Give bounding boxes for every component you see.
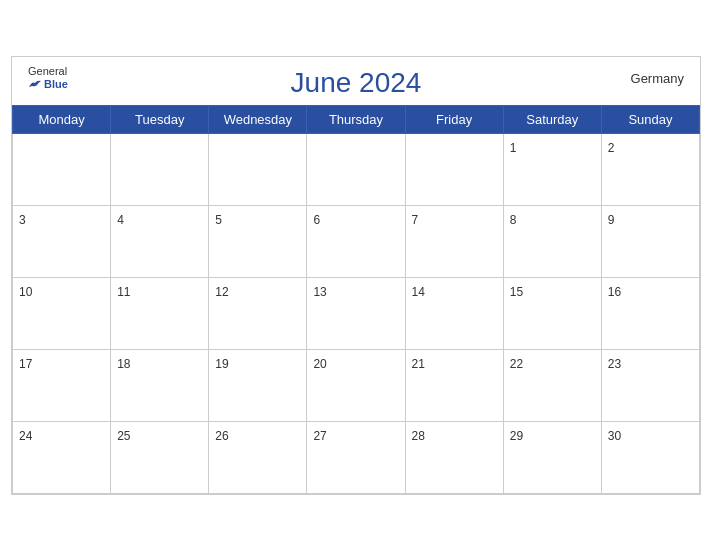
calendar-week-row: 3456789 (13, 205, 700, 277)
logo-area: General Blue (28, 65, 68, 91)
calendar-title: June 2024 (291, 67, 422, 99)
calendar-cell: 17 (13, 349, 111, 421)
day-number: 7 (412, 213, 419, 227)
weekday-thursday: Thursday (307, 105, 405, 133)
day-number: 28 (412, 429, 425, 443)
calendar-cell: 6 (307, 205, 405, 277)
calendar-cell: 29 (503, 421, 601, 493)
calendar-cell: 16 (601, 277, 699, 349)
calendar-cell: 5 (209, 205, 307, 277)
calendar-week-row: 12 (13, 133, 700, 205)
day-number: 8 (510, 213, 517, 227)
calendar-cell: 9 (601, 205, 699, 277)
day-number: 15 (510, 285, 523, 299)
calendar-cell: 20 (307, 349, 405, 421)
calendar-cell: 28 (405, 421, 503, 493)
country-label: Germany (631, 71, 684, 86)
day-number: 12 (215, 285, 228, 299)
day-number: 29 (510, 429, 523, 443)
calendar-cell: 4 (111, 205, 209, 277)
calendar-cell (405, 133, 503, 205)
calendar-cell: 2 (601, 133, 699, 205)
day-number: 13 (313, 285, 326, 299)
calendar: General Blue June 2024 Germany MondayTue… (11, 56, 701, 495)
bird-icon (28, 79, 42, 89)
day-number: 4 (117, 213, 124, 227)
calendar-cell: 12 (209, 277, 307, 349)
day-number: 20 (313, 357, 326, 371)
calendar-cell: 11 (111, 277, 209, 349)
day-number: 3 (19, 213, 26, 227)
day-number: 22 (510, 357, 523, 371)
calendar-week-row: 10111213141516 (13, 277, 700, 349)
calendar-cell: 13 (307, 277, 405, 349)
weekday-tuesday: Tuesday (111, 105, 209, 133)
logo-general-text: General (28, 65, 67, 78)
day-number: 2 (608, 141, 615, 155)
day-number: 11 (117, 285, 130, 299)
calendar-cell: 7 (405, 205, 503, 277)
calendar-cell: 27 (307, 421, 405, 493)
calendar-week-row: 17181920212223 (13, 349, 700, 421)
day-number: 26 (215, 429, 228, 443)
calendar-cell: 14 (405, 277, 503, 349)
weekday-friday: Friday (405, 105, 503, 133)
calendar-cell: 1 (503, 133, 601, 205)
calendar-cell: 26 (209, 421, 307, 493)
day-number: 19 (215, 357, 228, 371)
logo-blue-text: Blue (28, 78, 68, 91)
calendar-cell: 30 (601, 421, 699, 493)
calendar-cell (209, 133, 307, 205)
day-number: 18 (117, 357, 130, 371)
calendar-cell: 8 (503, 205, 601, 277)
calendar-week-row: 24252627282930 (13, 421, 700, 493)
weekday-saturday: Saturday (503, 105, 601, 133)
day-number: 27 (313, 429, 326, 443)
calendar-cell (111, 133, 209, 205)
day-number: 1 (510, 141, 517, 155)
calendar-cell: 25 (111, 421, 209, 493)
weekday-monday: Monday (13, 105, 111, 133)
day-number: 10 (19, 285, 32, 299)
day-number: 25 (117, 429, 130, 443)
weekday-wednesday: Wednesday (209, 105, 307, 133)
day-number: 14 (412, 285, 425, 299)
day-number: 24 (19, 429, 32, 443)
calendar-cell: 10 (13, 277, 111, 349)
calendar-cell: 21 (405, 349, 503, 421)
calendar-cell: 24 (13, 421, 111, 493)
weekday-sunday: Sunday (601, 105, 699, 133)
day-number: 9 (608, 213, 615, 227)
calendar-cell: 22 (503, 349, 601, 421)
day-number: 23 (608, 357, 621, 371)
calendar-cell (13, 133, 111, 205)
day-number: 6 (313, 213, 320, 227)
day-number: 5 (215, 213, 222, 227)
day-number: 30 (608, 429, 621, 443)
calendar-cell: 18 (111, 349, 209, 421)
calendar-cell: 3 (13, 205, 111, 277)
calendar-cell: 23 (601, 349, 699, 421)
weekday-header-row: MondayTuesdayWednesdayThursdayFridaySatu… (13, 105, 700, 133)
calendar-cell (307, 133, 405, 205)
calendar-header: General Blue June 2024 Germany (12, 57, 700, 105)
day-number: 16 (608, 285, 621, 299)
calendar-cell: 15 (503, 277, 601, 349)
calendar-table: MondayTuesdayWednesdayThursdayFridaySatu… (12, 105, 700, 494)
day-number: 21 (412, 357, 425, 371)
day-number: 17 (19, 357, 32, 371)
calendar-cell: 19 (209, 349, 307, 421)
